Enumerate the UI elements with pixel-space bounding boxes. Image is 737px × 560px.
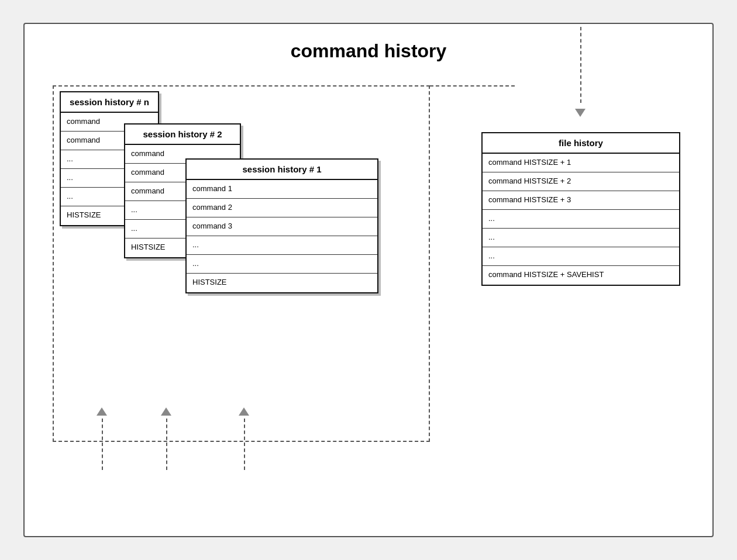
file-row-6: command HISTSIZE + SAVEHIST: [483, 266, 679, 285]
connector-line-h: [430, 85, 515, 87]
session-table-1: session history # 1 command 1 command 2 …: [185, 158, 378, 293]
file-table-wrapper: file history command HISTSIZE + 1 comman…: [481, 103, 680, 286]
outer-frame: command history session history # n comm…: [23, 23, 714, 537]
file-history-table: file history command HISTSIZE + 1 comman…: [481, 132, 680, 286]
file-row-0: command HISTSIZE + 1: [483, 154, 679, 172]
content-area: session history # n command command ... …: [25, 79, 712, 536]
file-row-2: command HISTSIZE + 3: [483, 191, 679, 210]
session-1-row-4: ...: [187, 255, 377, 274]
arrow-n-line: [102, 419, 103, 470]
file-row-5: ...: [483, 247, 679, 266]
file-row-1: command HISTSIZE + 2: [483, 172, 679, 191]
file-row-4: ...: [483, 229, 679, 247]
arrow-2-line: [166, 419, 167, 470]
session-1-header: session history # 1: [187, 160, 377, 180]
file-arrow-head: [575, 109, 586, 117]
file-history-header: file history: [483, 133, 679, 154]
arrow-1-line: [244, 419, 245, 470]
session-1-row-0: command 1: [187, 180, 377, 199]
session-1-row-5: HISTSIZE: [187, 274, 377, 292]
session-1-row-3: ...: [187, 236, 377, 255]
arrow-2-head: [161, 407, 171, 416]
session-1-row-1: command 2: [187, 199, 377, 217]
arrow-1-head: [239, 407, 249, 416]
main-title: command history: [291, 40, 447, 62]
session-2-header: session history # 2: [125, 125, 240, 145]
session-1-row-2: command 3: [187, 217, 377, 236]
file-row-3: ...: [483, 210, 679, 229]
arrow-n-head: [97, 407, 107, 416]
file-arrow-v: [580, 27, 581, 103]
session-n-header: session history # n: [61, 92, 158, 113]
